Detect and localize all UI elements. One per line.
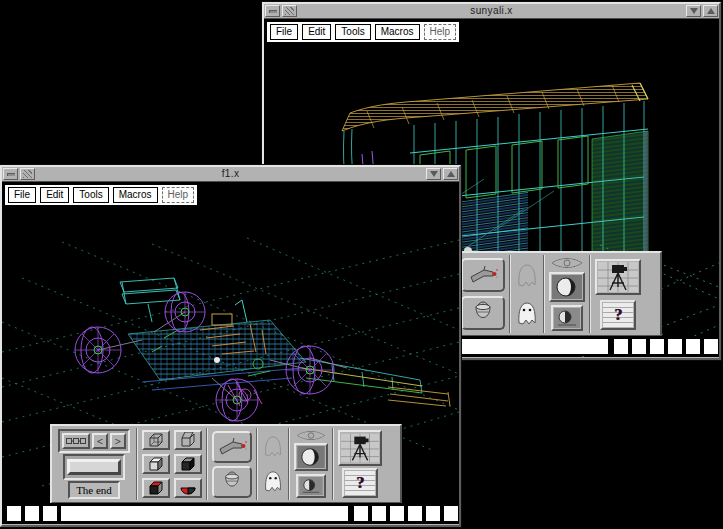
frame-cell[interactable] <box>372 506 386 521</box>
hide-object-button[interactable] <box>262 432 284 461</box>
menu-edit-button[interactable]: Edit <box>302 24 331 40</box>
red-cube-icon <box>147 480 165 496</box>
eye-icon <box>295 430 327 441</box>
menu-help-button[interactable]: Help <box>162 187 195 203</box>
frame-cell[interactable] <box>426 506 440 521</box>
render-section <box>545 253 589 335</box>
menu-macros-button[interactable]: Macros <box>113 187 158 203</box>
solid-cube-icon <box>147 456 165 472</box>
ghost-icon <box>263 468 283 492</box>
dark-solid-mode-button[interactable] <box>174 454 202 474</box>
maximize-button[interactable] <box>443 168 458 180</box>
camera-button[interactable] <box>338 430 382 466</box>
menu-edit-button[interactable]: Edit <box>40 187 69 203</box>
triangle-up-icon <box>707 8 715 14</box>
animation-section: < > The end <box>52 426 136 502</box>
show-object-button[interactable] <box>515 298 539 329</box>
help-button[interactable]: ? <box>600 300 636 330</box>
timeline-bar[interactable] <box>61 506 348 521</box>
show-object-button[interactable] <box>262 467 284 496</box>
minimize-button[interactable] <box>426 168 441 180</box>
ghost-outline-icon <box>516 261 538 287</box>
minimize-button[interactable] <box>686 5 701 17</box>
frame-cell[interactable] <box>704 339 718 354</box>
menu-tools-button[interactable]: Tools <box>335 24 370 40</box>
frame-cell[interactable] <box>668 339 682 354</box>
bucket-button[interactable] <box>212 466 252 498</box>
next-frame-button[interactable]: > <box>110 433 126 449</box>
frame-cell[interactable] <box>650 339 664 354</box>
airbrush-button[interactable] <box>212 431 252 463</box>
window-close-button[interactable] <box>282 5 297 17</box>
menu-macros-button[interactable]: Macros <box>375 24 420 40</box>
frame-cell[interactable] <box>354 506 368 521</box>
prev-frame-button[interactable]: < <box>92 433 108 449</box>
window-menu-button[interactable] <box>3 168 18 180</box>
triangle-down-icon <box>430 171 438 177</box>
hatch-icon <box>23 170 32 178</box>
cutaway-mode-button[interactable] <box>174 478 202 498</box>
toolbar: < > The end <box>50 424 402 504</box>
window-f1: f1.x <box>0 165 461 527</box>
shaded-render-button[interactable] <box>549 272 585 302</box>
camera-tripod-icon <box>341 433 379 463</box>
animation-status-label: The end <box>68 481 120 499</box>
shaded-sphere-icon <box>552 275 582 299</box>
titlebar[interactable]: sunyali.x <box>264 4 719 19</box>
shaded-sphere-icon <box>297 446 325 468</box>
frame-cell[interactable] <box>7 506 21 521</box>
play-button[interactable] <box>67 459 121 475</box>
menu-help-button[interactable]: Help <box>424 24 457 40</box>
dark-cube-icon <box>179 456 197 472</box>
frame-controls: < > <box>58 429 130 453</box>
frame-cell[interactable] <box>444 506 458 521</box>
client-area: File Edit Tools Macros Help <box>2 182 459 524</box>
airbrush-icon <box>217 436 247 458</box>
window-close-button[interactable] <box>20 168 35 180</box>
chain-icon <box>66 437 86 445</box>
hiddenline-mode-button[interactable] <box>174 430 202 450</box>
dash-icon <box>7 173 15 176</box>
maximize-button[interactable] <box>703 5 718 17</box>
paint-section <box>208 426 256 502</box>
menu-file-button[interactable]: File <box>270 24 298 40</box>
bucket-button[interactable] <box>461 296 505 330</box>
preview-render-button[interactable] <box>296 474 326 498</box>
bucket-icon <box>472 301 494 325</box>
menu-tools-button[interactable]: Tools <box>73 187 108 203</box>
loop-button[interactable] <box>62 433 90 449</box>
wireframe-cube-icon <box>147 432 165 448</box>
menubar: File Edit Tools Macros Help <box>267 22 459 42</box>
frame-cell[interactable] <box>632 339 646 354</box>
window-title: f1.x <box>37 168 424 180</box>
material-mode-button[interactable] <box>142 478 170 498</box>
camera-button[interactable] <box>595 259 641 295</box>
frame-cell[interactable] <box>390 506 404 521</box>
wireframe-mode-button[interactable] <box>142 430 170 450</box>
toolbar: ? <box>455 251 662 337</box>
menu-file-button[interactable]: File <box>8 187 36 203</box>
eye-icon <box>550 257 584 269</box>
frame-cell[interactable] <box>25 506 39 521</box>
solid-mode-button[interactable] <box>142 454 170 474</box>
cut-cube-icon <box>179 480 197 496</box>
frame-cell[interactable] <box>408 506 422 521</box>
render-section <box>290 426 332 502</box>
frame-cell[interactable] <box>43 506 57 521</box>
preview-render-button[interactable] <box>551 305 583 331</box>
open-cube-icon <box>179 432 197 448</box>
display-mode-section <box>138 426 206 502</box>
frame-cell[interactable] <box>614 339 628 354</box>
roll-bar <box>235 300 247 322</box>
camera-tripod-icon <box>598 262 638 292</box>
display-mode-grid <box>142 430 202 498</box>
play-button-frame <box>63 454 125 480</box>
window-menu-button[interactable] <box>265 5 280 17</box>
airbrush-button[interactable] <box>461 258 505 292</box>
ghost-icon <box>516 299 538 325</box>
shaded-render-button[interactable] <box>294 443 328 471</box>
help-button[interactable]: ? <box>342 468 378 498</box>
frame-cell[interactable] <box>686 339 700 354</box>
hide-object-button[interactable] <box>515 260 539 291</box>
titlebar[interactable]: f1.x <box>2 167 459 182</box>
